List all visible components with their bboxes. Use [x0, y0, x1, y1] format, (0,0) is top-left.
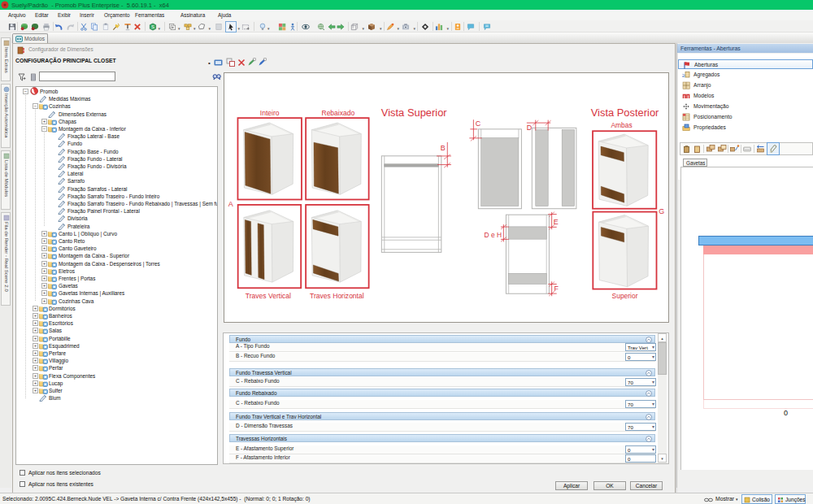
- svg-text:A: A: [228, 200, 233, 208]
- svg-text:Vista Posterior: Vista Posterior: [591, 106, 659, 119]
- svg-text:Traves Horizontal: Traves Horizontal: [310, 292, 364, 300]
- svg-text:D e H: D e H: [484, 231, 502, 239]
- svg-text:C: C: [476, 119, 481, 128]
- svg-text:Traves Vertical: Traves Vertical: [246, 292, 291, 300]
- svg-text:Inteiro: Inteiro: [260, 109, 280, 117]
- svg-text:Vista Superior: Vista Superior: [381, 106, 448, 119]
- svg-text:Superior: Superior: [612, 292, 638, 300]
- svg-text:S: S: [151, 24, 154, 29]
- svg-text:G: G: [659, 207, 664, 215]
- svg-text:F: F: [554, 285, 559, 293]
- svg-text:D: D: [527, 124, 533, 132]
- svg-text:B: B: [441, 144, 446, 152]
- svg-text:Rebaixado: Rebaixado: [321, 109, 354, 117]
- svg-text:≥: ≥: [682, 72, 685, 78]
- svg-text:Ambas: Ambas: [611, 121, 632, 129]
